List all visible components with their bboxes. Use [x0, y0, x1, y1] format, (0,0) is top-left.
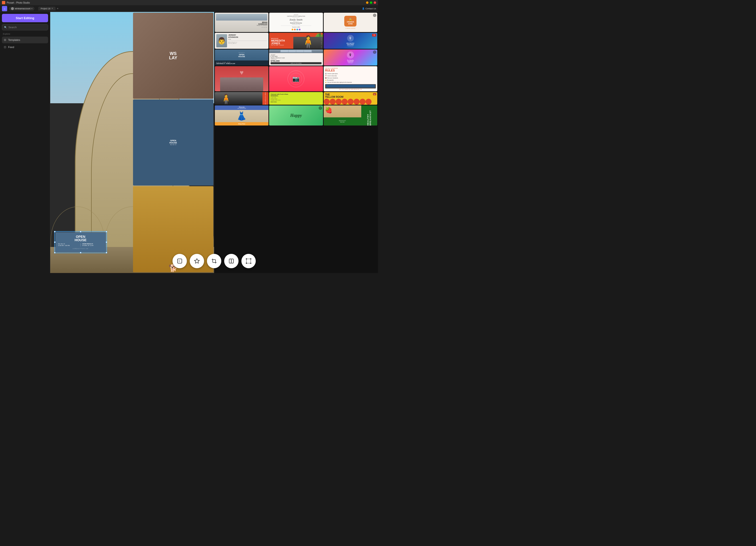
orange-box: 🔒 ORANGEZONE — [344, 16, 356, 27]
maximize-button[interactable] — [370, 1, 372, 4]
rainbow-sub: EPISODE — [348, 62, 353, 64]
yellow-title: THEYELLOW ROOM — [325, 94, 376, 98]
virtual-title: RULES — [325, 69, 376, 72]
tab-close-icon[interactable]: ✕ — [51, 7, 53, 10]
yellow-info: 0291 — [325, 99, 376, 100]
virtual-rules-list: 🎧 Choose a quiet space. ⏰ Come to class … — [325, 73, 376, 84]
fav-podcast[interactable]: ⚙ — [372, 34, 376, 37]
podcast-icon: 🎙 — [349, 36, 352, 40]
template-news-play[interactable]: WSLAY — [133, 13, 214, 99]
text-button[interactable] — [224, 254, 239, 268]
rule-icon-3: 🔇 — [325, 77, 327, 79]
template-open-house-small[interactable]: OPENHOUSE Sat, Nov 13 — [133, 100, 214, 186]
shop-code: use code:BLE329 — [216, 108, 267, 109]
template-meredith[interactable]: 🧍 WEBINAR MEREDITHJONES AUG. 22, 2092 · … — [269, 33, 323, 49]
feed-icon: ⊡ — [4, 45, 6, 49]
template-rainbow[interactable]: ♡ 🎙 Pro DecphyExplained EPISODE — [324, 50, 377, 66]
meredith-name: MEREDITHJONES — [271, 39, 285, 45]
brian-name: BRIANHANNIGAN — [216, 22, 267, 25]
template-shop[interactable]: Shop now use code:BLE329 👗 Shop Now — [215, 105, 268, 126]
oh-small-sub: Sat, Nov 13 — [170, 144, 176, 145]
tab-project[interactable]: Project 18 ✕ — [38, 7, 56, 11]
fav-happy[interactable]: ♡ — [319, 106, 322, 110]
add-tab-button[interactable]: + — [57, 7, 59, 10]
template-happy[interactable]: ♡ Happy — [269, 105, 323, 126]
star-icon — [194, 258, 200, 264]
account-chip[interactable]: winteamaccount ▾ — [9, 7, 34, 11]
orange-brand: ORANGEZONE — [347, 21, 354, 25]
ohc-title: OPENHOUSE — [58, 235, 103, 242]
podcast-logo: 🎙 — [347, 35, 354, 42]
cert-completion-text: Certificate of Completion — [287, 16, 305, 17]
transform-icon — [246, 258, 251, 264]
orange-tagline: FITNESS CENTER — [345, 28, 355, 29]
template-hearts[interactable]: ♥ — [215, 66, 268, 91]
meredith2-red-bar: CREATIVEPLABS.WEB — [262, 92, 268, 105]
transform-button[interactable] — [241, 254, 256, 268]
template-pink-camera[interactable]: 📷 — [269, 66, 323, 91]
favorite-button[interactable] — [190, 254, 204, 268]
dot-4 — [299, 29, 300, 30]
close-button[interactable] — [374, 1, 376, 4]
template-listing[interactable]: JUSTLISTED Modern 3 Bedroom Condo OFFERE… — [269, 50, 323, 66]
contact-us-button[interactable]: 👤 Contact Us — [362, 7, 376, 10]
templates-icon: ⊞ — [4, 38, 6, 42]
shop-cta-bar: Shop Now — [215, 122, 268, 126]
podcast-ep: EPISODE 43 — [348, 45, 353, 47]
ohc-street: 3 BOW RIDGE ST — [82, 243, 103, 245]
svg-text:T: T — [178, 260, 180, 263]
sidebar-item-templates[interactable]: ⊞ Templates — [2, 37, 48, 43]
ohc-left: Sat, Nov 13 11:00 AM - 2:00 PM — [58, 243, 79, 247]
sidebar: Start Editing 🔍 Search Explore ⊞ Templat… — [0, 12, 50, 273]
app-logo — [2, 1, 5, 4]
podcast-name: Pro DecphyExplained — [346, 43, 354, 45]
fav-yellow[interactable]: ⊡ — [373, 93, 376, 95]
fav-orange[interactable]: ♡ — [373, 14, 376, 17]
cert-recipient-name: Emily Smith — [290, 18, 302, 21]
template-virtual-rules[interactable]: VIRTUAL CLASSROOM RULES 🎧 Choose a quiet… — [324, 66, 377, 91]
template-jeremy[interactable]: 👨 JEREMYATKINSON Actor Atkinson@gmail.co… — [215, 33, 268, 49]
template-meredith-dark[interactable]: 🧍 CREATIVEPLABS.WEB — [215, 92, 268, 105]
text-style-button[interactable]: T — [172, 254, 187, 268]
template-orange-zone[interactable]: ♡ 🔒 ORANGEZONE FITNESS CENTER — [324, 13, 377, 32]
recipe-title: Oatmeal with Fruit & Nuts — [271, 94, 321, 95]
cert-semester: Fall Semester 2022 — [292, 24, 300, 25]
shop-photo: 👗 — [215, 110, 268, 122]
templates-label: Templates — [8, 39, 20, 41]
rule-5: ✍ Use your full name when signing into t… — [325, 82, 376, 83]
sidebar-item-feed[interactable]: ⊡ Feed — [2, 44, 48, 50]
news-play-text: WSLAY — [169, 51, 177, 60]
template-open-house-card[interactable]: PRESENTS OPEN HOUSE Sat, Nov 13 · 11:00 … — [215, 50, 268, 66]
template-healthy[interactable]: 🍓 HEALTHY BREAKFAST BREAKFASTRECIPE — [324, 105, 377, 126]
hearts-photo — [220, 78, 263, 91]
fav-rainbow[interactable]: ♡ — [373, 50, 376, 54]
crop-button[interactable] — [207, 254, 221, 268]
start-editing-button[interactable]: Start Editing — [2, 14, 48, 22]
meredith-side-text: CREATIVEPLABS.WEB — [321, 33, 322, 49]
search-box[interactable]: 🔍 Search — [2, 24, 48, 30]
healthy-title: HEALTHY BREAKFAST — [367, 105, 372, 126]
meredith-text-area: WEBINAR MEREDITHJONES AUG. 22, 2092 · 3 … — [271, 38, 285, 46]
home-button[interactable]: ⌂ — [2, 6, 7, 11]
text-icon — [228, 258, 234, 264]
recipe-ingredients-label: Ingredients: — [271, 95, 321, 97]
happy-text: Happy — [290, 113, 302, 118]
crop-icon — [211, 258, 217, 264]
template-certificate[interactable]: Award Certificate of Completion Emily Sm… — [269, 13, 323, 32]
bottom-toolbar: T — [172, 254, 256, 268]
svg-point-5 — [246, 259, 247, 260]
rule-1: 🎧 Choose a quiet space. — [325, 73, 376, 74]
open-house-overlay: OPENHOUSE Sat, Nov 13 11:00 AM - 2:00 PM… — [55, 232, 106, 252]
cert-sig: Suzanne Ludlow — [292, 27, 300, 28]
minimize-button[interactable] — [366, 1, 368, 4]
template-podcast[interactable]: ⚙ 🎙 Pro DecphyExplained EPISODE 43 — [324, 33, 377, 49]
template-recipe[interactable]: Oatmeal with Fruit & Nuts Ingredients: 1… — [269, 92, 323, 105]
left-template-strip: WSLAY OPENHOUSE Sat, Nov 13 🐕 — [132, 12, 214, 273]
template-yellow-room[interactable]: ⊡ THEYELLOW ROOM 0291 — [324, 92, 377, 105]
hearts-icon: ♥ — [240, 69, 244, 77]
template-brian[interactable]: BRIANHANNIGAN Director of Commerce 512.7… — [215, 13, 268, 32]
cert-dots — [292, 29, 300, 30]
feed-label: Feed — [8, 46, 14, 49]
rainbow-icon: 🎙 — [349, 53, 352, 57]
oh-det-address: 3 BOW RIDGE ST · STOWN, NY 11787 — [216, 63, 267, 64]
